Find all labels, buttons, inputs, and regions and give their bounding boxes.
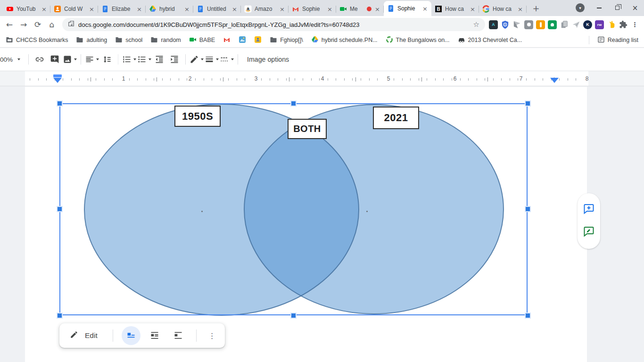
- close-window-button[interactable]: ×: [626, 0, 644, 16]
- tab-close-icon[interactable]: ×: [279, 6, 285, 13]
- insert-link-button[interactable]: [32, 52, 47, 66]
- tab-untitled[interactable]: Untitled ×: [193, 2, 241, 16]
- google-meet-icon: [189, 36, 197, 45]
- add-comment-icon[interactable]: [583, 203, 594, 216]
- home-button[interactable]: ⌂: [45, 18, 58, 31]
- resize-handle-bottom-right[interactable]: [525, 313, 531, 319]
- insert-image-button[interactable]: [62, 52, 77, 66]
- bookmark-bungalows[interactable]: The Bungalows on...: [386, 36, 450, 45]
- copy-extension-icon[interactable]: [560, 20, 569, 29]
- line-spacing-button[interactable]: [99, 52, 115, 66]
- resize-handle-bottom-left[interactable]: [57, 313, 63, 319]
- tab-how-ca-bing[interactable]: B How ca ×: [431, 2, 479, 16]
- zoom-control[interactable]: 00%: [0, 56, 25, 63]
- yellow-app-icon: [254, 36, 262, 45]
- tab-close-icon[interactable]: ×: [41, 6, 47, 13]
- image-options-button[interactable]: Image options: [247, 56, 289, 63]
- torch-extension-icon[interactable]: [536, 20, 545, 29]
- tab-search-button[interactable]: ▾: [576, 3, 585, 12]
- tab-cold-w[interactable]: Cold W ×: [50, 2, 98, 16]
- tab-close-icon[interactable]: ×: [327, 6, 333, 13]
- address-bar[interactable]: docs.google.com/document/d/1K9CBuDW0jjcm…: [62, 18, 485, 31]
- restore-button[interactable]: [608, 0, 626, 16]
- bookmark-hybrid-schedule[interactable]: hybrid schedule.PN...: [311, 36, 378, 45]
- flag-extension-icon[interactable]: [512, 20, 521, 29]
- browser-menu-icon[interactable]: ⋮: [630, 20, 639, 29]
- minimize-button[interactable]: [590, 0, 608, 16]
- resize-handle-bottom-middle[interactable]: [290, 313, 297, 319]
- tab-youtube[interactable]: YouTub ×: [3, 2, 50, 16]
- paper-plane-extension-icon[interactable]: [571, 20, 580, 29]
- tab-amazon[interactable]: a Amazo ×: [241, 2, 289, 16]
- bookmark-random[interactable]: random: [150, 36, 181, 45]
- tab-meet[interactable]: Me ×: [336, 2, 384, 16]
- url-text[interactable]: docs.google.com/document/d/1K9CBuDW0jjcm…: [78, 21, 470, 28]
- extensions-row: A K rw ⋮: [489, 20, 641, 29]
- tab-close-icon[interactable]: ×: [231, 6, 238, 13]
- increase-indent-button[interactable]: [167, 52, 182, 66]
- tab-close-icon[interactable]: ×: [184, 6, 190, 13]
- shield-extension-icon[interactable]: [501, 20, 510, 29]
- extensions-puzzle-icon[interactable]: [619, 20, 627, 29]
- bookmark-gmail[interactable]: [223, 36, 231, 45]
- wrap-text-button[interactable]: [145, 326, 164, 345]
- tab-sophie-active[interactable]: Sophie ×: [384, 1, 431, 16]
- tab-close-icon[interactable]: ×: [374, 6, 380, 13]
- recording-indicator: [367, 7, 372, 11]
- left-indent-marker[interactable]: [53, 78, 62, 83]
- site-info-icon[interactable]: [68, 20, 74, 29]
- right-indent-marker[interactable]: [550, 78, 559, 83]
- kami-extension-icon[interactable]: K: [583, 20, 592, 29]
- bookmark-app-blue[interactable]: [239, 36, 246, 45]
- new-tab-button[interactable]: +: [529, 1, 543, 15]
- break-text-button[interactable]: [169, 326, 188, 345]
- resize-handle-middle-left[interactable]: [57, 206, 63, 212]
- hand-extension-icon[interactable]: [607, 20, 616, 29]
- border-weight-button[interactable]: [204, 52, 219, 66]
- bookmark-babe[interactable]: BABE: [189, 36, 215, 45]
- tab-how-ca-google[interactable]: How ca ×: [479, 2, 527, 16]
- resize-handle-top-middle[interactable]: [290, 100, 297, 107]
- extension-a-icon[interactable]: A: [489, 20, 498, 29]
- bookmark-app-yellow[interactable]: [254, 36, 262, 45]
- bulleted-list-button[interactable]: [137, 52, 152, 66]
- resize-handle-middle-right[interactable]: [525, 206, 531, 212]
- bookmark-chccs[interactable]: CHCCS Bookmarks: [6, 36, 68, 45]
- bookmark-adulting[interactable]: adulting: [76, 36, 107, 45]
- tab-close-icon[interactable]: ×: [422, 5, 428, 12]
- tab-hybrid[interactable]: hybrid ×: [146, 2, 193, 16]
- tab-close-icon[interactable]: ×: [470, 6, 476, 13]
- bookmark-fghiop[interactable]: Fghiop[]\: [270, 36, 303, 45]
- back-button[interactable]: ←: [3, 18, 16, 31]
- border-color-button[interactable]: [189, 52, 204, 66]
- chevron-down-icon: [231, 58, 234, 60]
- reload-button[interactable]: ⟳: [31, 18, 44, 31]
- align-button[interactable]: [84, 52, 99, 66]
- bookmark-chevrolet[interactable]: 2013 Chevrolet Ca...: [458, 36, 522, 45]
- tab-gmail-sophie[interactable]: Sophie ×: [289, 2, 336, 16]
- suggest-edits-icon[interactable]: [583, 226, 594, 239]
- reading-list-button[interactable]: Reading list: [597, 36, 638, 45]
- ruler-half-ticks: [91, 77, 588, 82]
- lightbulb-extension-icon[interactable]: [524, 20, 533, 29]
- forward-button[interactable]: →: [17, 18, 30, 31]
- tab-elizabe[interactable]: Elizabe ×: [98, 2, 146, 16]
- numbered-list-button[interactable]: [122, 52, 137, 66]
- add-comment-button[interactable]: [47, 52, 62, 66]
- edit-button[interactable]: Edit: [85, 331, 98, 340]
- tab-close-icon[interactable]: ×: [136, 6, 142, 13]
- more-options-icon[interactable]: ⋮: [205, 331, 219, 340]
- read-write-extension-icon[interactable]: rw: [595, 20, 604, 29]
- wrap-inline-button[interactable]: [122, 326, 140, 345]
- bookmark-school[interactable]: school: [115, 36, 142, 45]
- first-line-indent-marker[interactable]: [53, 74, 62, 77]
- resize-handle-top-right[interactable]: [525, 100, 531, 107]
- bookmark-star-icon[interactable]: ☆: [473, 20, 479, 29]
- tab-close-icon[interactable]: ×: [89, 6, 95, 13]
- ruler[interactable]: 1 2 3 4 5 6 7 8: [0, 71, 644, 86]
- decrease-indent-button[interactable]: [152, 52, 167, 66]
- classroom-extension-icon[interactable]: [548, 20, 557, 29]
- border-dash-button[interactable]: [219, 52, 234, 66]
- tab-close-icon[interactable]: ×: [517, 6, 523, 13]
- resize-handle-top-left[interactable]: [57, 100, 63, 107]
